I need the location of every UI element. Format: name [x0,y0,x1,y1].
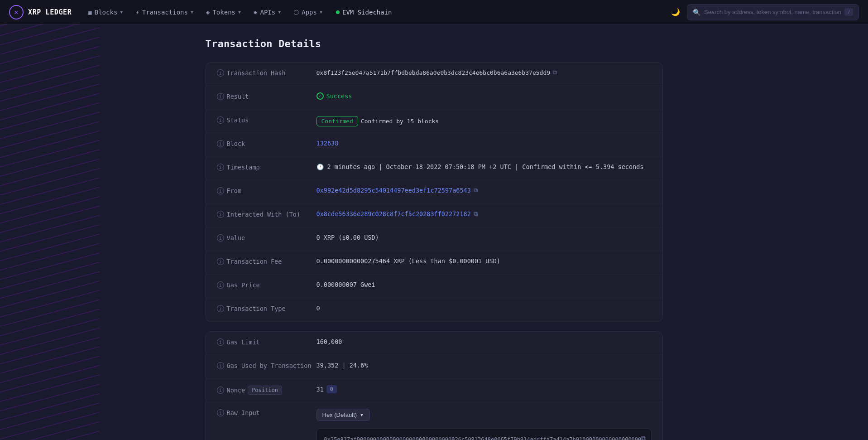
clock-icon: 🕐 [317,164,324,170]
value-transaction-hash: 0x8f123f25e047a5171b7ffbdbebda86a0e0b3dc… [317,69,652,76]
row-status: i Status Confirmed Confirmed by 15 block… [206,110,662,133]
info-icon[interactable]: i [217,409,224,416]
row-value: i Value 0 XRP ($0.00 USD) [206,227,662,251]
info-icon[interactable]: i [217,387,224,394]
label-value: i Value [217,234,317,242]
copy-hash-button[interactable]: ⧉ [553,69,557,76]
info-icon[interactable]: i [217,116,224,124]
label-interacted-with: i Interacted With (To) [217,210,317,218]
dark-mode-button[interactable]: 🌙 [669,5,682,19]
row-timestamp: i Timestamp 🕐 2 minutes ago | October-18… [206,157,662,180]
transaction-details-card: i Transaction Hash 0x8f123f25e047a5171b7… [206,62,663,322]
info-icon[interactable]: i [217,338,224,346]
value-xrp: 0 XRP ($0.00 USD) [317,234,652,241]
to-address-link[interactable]: 0x8cde56336e289c028c8f7cf5c20283ff022721… [317,210,471,218]
info-icon[interactable]: i [217,211,224,218]
nav-right: 🌙 🔍 / [669,4,859,20]
search-input[interactable] [704,9,841,15]
logo-icon: ✕ [9,5,24,19]
value-transaction-fee: 0.000000000000275464 XRP (Less than $0.0… [317,257,652,265]
evm-sidechain[interactable]: EVM Sidechain [330,6,398,19]
row-gas-limit: i Gas Limit 160,000 [206,332,662,355]
info-icon[interactable]: i [217,234,224,242]
info-icon[interactable]: i [217,305,224,312]
tokens-icon: ◈ [206,9,210,16]
info-icon[interactable]: i [217,362,224,369]
row-transaction-type: i Transaction Type 0 [206,298,662,322]
row-gas-used: i Gas Used by Transaction 39,352 | 24.6% [206,355,662,379]
label-result: i Result [217,92,317,100]
chevron-down-icon: ▼ [191,10,193,15]
raw-input-area: ⧉ 0x25e817af0000000000000000000000000000… [317,428,652,440]
chevron-down-icon: ▼ [238,10,241,15]
row-result: i Result ✓ Success [206,86,662,110]
apis-icon: ⊞ [254,9,257,16]
info-icon[interactable]: i [217,187,224,194]
main-content: Transaction Details i Transaction Hash 0… [197,24,672,440]
label-nonce: i Nonce Position [217,385,317,395]
chevron-down-icon: ▼ [120,10,123,15]
label-block: i Block [217,140,317,147]
row-raw-input: i Raw Input Hex (Default) ▼ ⧉ 0x25e817af… [206,402,662,440]
nav-item-tokens[interactable]: ◈ Tokens ▼ [201,6,246,19]
hex-dropdown-button[interactable]: Hex (Default) ▼ [317,409,370,421]
nav-items: ▦ Blocks ▼ ⚡ Transactions ▼ ◈ Tokens ▼ ⊞… [82,6,669,19]
info-icon[interactable]: i [217,140,224,147]
row-gas-price: i Gas Price 0.000000007 Gwei [206,275,662,298]
label-gas-limit: i Gas Limit [217,338,317,346]
row-block: i Block 132638 [206,133,662,157]
blocks-icon: ▦ [88,9,91,16]
position-pill: Position [248,386,282,395]
from-address-link[interactable]: 0x992e42d5d8295c54014497eed3ef1c72597a65… [317,187,471,194]
copy-raw-button[interactable]: ⧉ [641,433,646,440]
value-result: ✓ Success [317,92,652,100]
logo-text: XRP LEDGER [28,8,72,16]
label-gas-price: i Gas Price [217,281,317,289]
value-block: 132638 [317,140,652,147]
confirmed-blocks-text: Confirmed by 15 blocks [361,118,439,125]
nav-item-apis[interactable]: ⊞ APIs ▼ [248,6,286,19]
label-transaction-hash: i Transaction Hash [217,69,317,77]
chevron-down-icon: ▼ [320,10,322,15]
page-title: Transaction Details [206,38,663,49]
label-gas-used: i Gas Used by Transaction [217,362,317,369]
nonce-position-value: 0 [326,385,337,393]
info-icon[interactable]: i [217,164,224,171]
nav-item-transactions[interactable]: ⚡ Transactions ▼ [130,6,199,19]
raw-input-section: Hex (Default) ▼ ⧉ 0x25e817af000000000000… [317,409,652,440]
success-badge: ✓ Success [317,92,352,100]
row-interacted-with: i Interacted With (To) 0x8cde56336e289c0… [206,204,662,227]
label-transaction-type: i Transaction Type [217,305,317,312]
navbar: ✕ XRP LEDGER ▦ Blocks ▼ ⚡ Transactions ▼… [0,0,868,24]
nav-item-apps[interactable]: ⬡ Apps ▼ [288,6,328,19]
value-status: Confirmed Confirmed by 15 blocks [317,116,652,126]
nav-item-blocks[interactable]: ▦ Blocks ▼ [82,6,128,19]
search-bar: 🔍 / [687,4,859,20]
value-timestamp: 🕐 2 minutes ago | October-18-2022 07:50:… [317,163,652,170]
value-gas-limit: 160,000 [317,338,652,345]
info-icon[interactable]: i [217,258,224,265]
info-icon[interactable]: i [217,93,224,100]
logo[interactable]: ✕ XRP LEDGER [9,5,72,19]
row-transaction-fee: i Transaction Fee 0.000000000000275464 X… [206,251,662,275]
value-interacted-with: 0x8cde56336e289c028c8f7cf5c20283ff022721… [317,210,652,218]
info-icon[interactable]: i [217,69,224,77]
label-raw-input: i Raw Input [217,409,317,416]
value-gas-used: 39,352 | 24.6% [317,362,652,369]
copy-to-button[interactable]: ⧉ [474,210,478,218]
label-from: i From [217,187,317,194]
block-link[interactable]: 132638 [317,140,339,147]
label-timestamp: i Timestamp [217,163,317,171]
copy-from-button[interactable]: ⧉ [474,187,478,194]
gas-details-card: i Gas Limit 160,000 i Gas Used by Transa… [206,331,663,440]
row-nonce: i Nonce Position 31 0 [206,379,662,402]
search-icon: 🔍 [693,9,700,16]
transactions-icon: ⚡ [135,9,139,16]
label-transaction-fee: i Transaction Fee [217,257,317,265]
info-icon[interactable]: i [217,281,224,289]
success-circle-icon: ✓ [317,92,324,100]
value-nonce: 31 0 [317,385,652,393]
confirmed-badge: Confirmed [317,116,358,126]
chevron-down-icon: ▼ [278,10,281,15]
label-status: i Status [217,116,317,124]
